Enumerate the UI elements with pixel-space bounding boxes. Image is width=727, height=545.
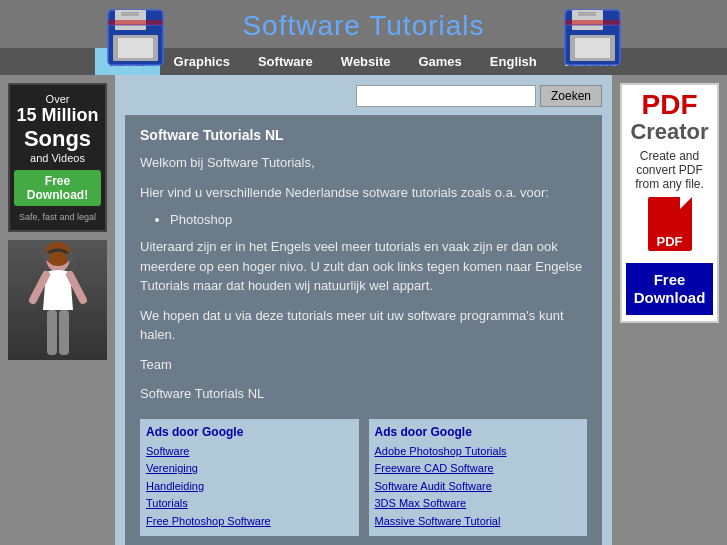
pdf-icon-label: PDF	[645, 234, 695, 249]
nav-graphics[interactable]: Graphics	[160, 48, 244, 75]
para3: Uiteraard zijn er in het Engels veel mee…	[140, 237, 587, 296]
svg-rect-13	[565, 20, 620, 25]
left-ad-box: Over 15 Million Songs and Videos Free Do…	[8, 83, 107, 232]
ads-row: Ads door Google Software Vereniging Hand…	[140, 419, 587, 537]
ads-col-right: Ads door Google Adobe Photoshop Tutorial…	[369, 419, 588, 537]
free-download-line2: Download	[632, 289, 707, 307]
svg-rect-2	[121, 12, 139, 16]
photoshop-list: Photoshop	[170, 212, 587, 227]
search-button[interactable]: Zoeken	[540, 85, 602, 107]
pdf-title: PDF	[626, 91, 713, 119]
para5: Team	[140, 355, 587, 375]
svg-rect-16	[43, 253, 50, 261]
and-videos-text: and Videos	[14, 152, 101, 164]
ads-right-link-0[interactable]: Adobe Photoshop Tutorials	[375, 443, 582, 461]
svg-rect-6	[108, 20, 163, 25]
svg-rect-18	[47, 310, 57, 355]
left-ad-image	[8, 240, 107, 360]
title-colored: Tutorials	[369, 10, 484, 41]
create-text: Create and convert PDF from any file.	[626, 149, 713, 191]
main-layout: Over 15 Million Songs and Videos Free Do…	[0, 75, 727, 545]
para4: We hopen dat u via deze tutorials meer u…	[140, 306, 587, 345]
header: Software Tutorials Home Graphics Softwar…	[0, 0, 727, 75]
content-box-title: Software Tutorials NL	[140, 127, 587, 143]
para1: Welkom bij Software Tutorials,	[140, 153, 587, 173]
content-box: Software Tutorials NL Welkom bij Softwar…	[125, 115, 602, 545]
ads-right-title: Ads door Google	[375, 425, 582, 439]
svg-rect-11	[575, 38, 610, 58]
ads-col-left: Ads door Google Software Vereniging Hand…	[140, 419, 359, 537]
floppy-right-icon	[557, 5, 627, 75]
content-area: Zoeken Software Tutorials NL Welkom bij …	[115, 75, 612, 545]
free-download-line1: Free	[632, 271, 707, 289]
safe-text: Safe, fast and legal	[14, 212, 101, 222]
ads-left-link-1[interactable]: Vereniging	[146, 460, 353, 478]
para2: Hier vind u verschillende Nederlandse so…	[140, 183, 587, 203]
nav-website[interactable]: Website	[327, 48, 405, 75]
creator-text: Creator	[626, 119, 713, 145]
svg-rect-4	[118, 38, 153, 58]
songs-text: Songs	[14, 126, 101, 152]
search-input[interactable]	[356, 85, 536, 107]
nav-english[interactable]: English	[476, 48, 551, 75]
ads-right-link-2[interactable]: Software Audit Software	[375, 478, 582, 496]
ads-right-link-1[interactable]: Freeware CAD Software	[375, 460, 582, 478]
pdf-icon: PDF	[645, 197, 695, 257]
title-plain: Software	[242, 10, 369, 41]
pdf-icon-corner	[680, 197, 692, 209]
ads-left-link-2[interactable]: Handleiding	[146, 478, 353, 496]
svg-rect-17	[66, 253, 73, 261]
para6: Software Tutorials NL	[140, 384, 587, 404]
list-item-photoshop: Photoshop	[170, 212, 587, 227]
over-text: Over	[14, 93, 101, 105]
floppy-left-icon	[100, 5, 170, 75]
ads-left-link-0[interactable]: Software	[146, 443, 353, 461]
right-ad-box: PDF Creator Create and convert PDF from …	[620, 83, 719, 323]
ads-left-link-4[interactable]: Free Photoshop Software	[146, 513, 353, 531]
left-sidebar: Over 15 Million Songs and Videos Free Do…	[0, 75, 115, 545]
svg-rect-19	[59, 310, 69, 355]
right-sidebar: PDF Creator Create and convert PDF from …	[612, 75, 727, 545]
nav-software[interactable]: Software	[244, 48, 327, 75]
nav-games[interactable]: Games	[404, 48, 475, 75]
svg-rect-9	[578, 12, 596, 16]
free-download-button[interactable]: Free Download!	[14, 170, 101, 206]
ads-right-link-4[interactable]: Massive Software Tutorial	[375, 513, 582, 531]
million-text: 15 Million	[14, 105, 101, 126]
search-bar: Zoeken	[125, 85, 602, 107]
ads-right-link-3[interactable]: 3DS Max Software	[375, 495, 582, 513]
ads-left-title: Ads door Google	[146, 425, 353, 439]
free-download-btn[interactable]: Free Download	[626, 263, 713, 315]
ads-left-link-3[interactable]: Tutorials	[146, 495, 353, 513]
